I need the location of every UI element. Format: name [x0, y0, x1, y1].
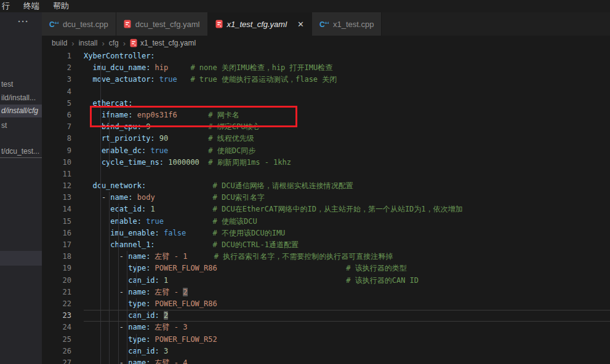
line-number: 10 [42, 157, 71, 168]
line-number: 3 [42, 74, 71, 85]
code-line[interactable]: - name: 左臂 - 1 # 执行器索引名字，不需要控制的执行器可直接注释掉 [84, 251, 610, 263]
sidebar-extra-selected-row[interactable] [0, 251, 42, 266]
indent-guide [100, 287, 101, 298]
sidebar-item[interactable]: ild/install... [0, 92, 42, 105]
gutter: 1234567891011121314151617181920212223242… [42, 50, 71, 364]
line-number: 6 [42, 109, 71, 121]
code-line[interactable]: - name: body # DCU索引名字 [84, 192, 610, 204]
line-number: 21 [42, 287, 71, 298]
line-number: 12 [42, 180, 71, 192]
indent-guide [100, 204, 101, 215]
tab-label: x1_test_cfg.yaml [227, 20, 287, 29]
sidebar-item[interactable]: test [0, 78, 42, 91]
code-line[interactable]: channel_1: # DCU的CTRL-1通道配置 [84, 239, 610, 251]
code-line[interactable]: move_actuator: true # true 使能执行器运动测试，fla… [84, 74, 610, 85]
line-number: 25 [42, 334, 71, 346]
indent-guide [118, 239, 119, 251]
code-line[interactable]: ifname: enp0s31f6 # 网卡名 [84, 109, 610, 121]
indent-guide [109, 346, 110, 357]
code-line[interactable]: enable_dc: true # 使能DC同步 [84, 145, 610, 157]
code-line[interactable] [84, 168, 610, 180]
editor-group: C++dcu_test.cppdcu_test_cfg.yamlx1_test_… [42, 12, 610, 364]
code-line[interactable]: - name: 左臂 - 3 [84, 322, 610, 333]
cpp-file-icon: C++ [319, 20, 329, 29]
indent-guide [136, 263, 137, 274]
code-line[interactable]: can_id: 2 [84, 310, 610, 322]
indent-guide [109, 239, 110, 251]
sidebar-item[interactable]: t/dcu_test... [0, 145, 42, 158]
yaml-file-icon [215, 20, 223, 28]
tab-dcu_test_cfg.yaml[interactable]: dcu_test_cfg.yaml [116, 12, 208, 36]
breadcrumb-file[interactable]: x1_test_cfg.yaml [130, 39, 196, 47]
code-line[interactable] [84, 86, 610, 98]
indent-guide [100, 322, 101, 333]
line-number: 13 [42, 192, 71, 204]
code-line[interactable]: can_id: 1 # 该执行器的CAN ID [84, 275, 610, 287]
breadcrumb-item[interactable]: install [79, 39, 98, 47]
breadcrumb: build›install›cfg›x1_test_cfg.yaml [42, 36, 610, 50]
indent-guide [127, 346, 127, 357]
menu-item[interactable]: 终端 [17, 0, 46, 12]
indent-guide [100, 239, 101, 251]
indent-guide [100, 357, 101, 364]
line-number: 18 [42, 251, 71, 263]
tab-dcu_test.cpp[interactable]: C++dcu_test.cpp [42, 12, 116, 36]
line-number: 4 [42, 86, 71, 98]
indent-guide [118, 322, 119, 333]
indent-guide [100, 311, 101, 321]
code-line[interactable]: type: POWER_FLOW_R86 # 该执行器的类型 [84, 263, 610, 274]
line-number: 8 [42, 133, 71, 144]
code-line[interactable]: cycle_time_ns: 1000000 # 刷新周期1ms - 1khz [84, 157, 610, 168]
tab-x1_test.cpp[interactable]: C++x1_test.cpp [312, 12, 382, 36]
indent-guide [109, 311, 110, 321]
code-line[interactable]: enable: true # 使能该DCU [84, 216, 610, 228]
indent-guide [118, 298, 119, 310]
code-line[interactable]: imu_enable: false # 不使用该DCU的IMU [84, 228, 610, 239]
indent-guide [127, 298, 127, 310]
editor: 1234567891011121314151617181920212223242… [42, 50, 610, 364]
code-line[interactable]: XyberController: [84, 50, 610, 62]
indent-guide [100, 275, 101, 287]
indent-guide [109, 145, 110, 157]
indent-guide [100, 298, 101, 310]
indent-guide [136, 346, 137, 357]
indent-guide [109, 357, 110, 364]
indent-guide [118, 204, 119, 215]
indent-guide [136, 334, 137, 346]
indent-guide [109, 109, 110, 121]
indent-guide [127, 251, 127, 263]
indent-guide [118, 334, 119, 346]
sidebar-item[interactable]: st [0, 119, 42, 132]
tab-close-icon[interactable]: ✕ [297, 20, 304, 29]
code-line[interactable]: imu_dcu_name: hip # none 关闭IMU检查，hip 打开I… [84, 62, 610, 74]
indent-guide [136, 298, 137, 310]
breadcrumb-item[interactable]: cfg [109, 39, 119, 47]
code-line[interactable]: - name: 左臂 - 2 [84, 287, 610, 298]
indent-guide [109, 334, 110, 346]
code-line[interactable]: - name: 左臂 - 4 [84, 357, 610, 364]
code-line[interactable]: dcu_network: # DCU通信网络，请根据实机连接情况配置 [84, 180, 610, 192]
code-line[interactable]: ethercat: [84, 98, 610, 109]
breadcrumb-item[interactable]: build [52, 39, 67, 47]
indent-guide [118, 216, 119, 228]
indent-guide [136, 311, 137, 321]
menu-item[interactable]: 行 [0, 0, 17, 12]
sidebar-item[interactable]: d/install/cfg [0, 105, 42, 117]
code-area[interactable]: XyberController: imu_dcu_name: hip # non… [71, 50, 610, 364]
code-line[interactable]: bind_cpu: 9 # 绑定CPU核心 [84, 121, 610, 133]
code-line[interactable]: can_id: 3 [84, 346, 610, 357]
tab-x1_test_cfg.yaml[interactable]: x1_test_cfg.yaml✕ [208, 12, 312, 36]
indent-guide [118, 251, 119, 263]
menu-item[interactable]: 帮助 [46, 0, 76, 12]
yaml-file-icon [130, 39, 137, 47]
indent-guide [100, 133, 101, 144]
more-actions-icon[interactable]: ··· [18, 16, 29, 26]
indent-guide [100, 98, 101, 109]
code-line[interactable]: type: POWER_FLOW_R86 [84, 298, 610, 310]
indent-guide [118, 346, 119, 357]
code-line[interactable]: ecat_id: 1 # DCU在EtherCAT网络中的ID，从主站开始，第一… [84, 204, 610, 215]
code-line[interactable]: rt_priority: 90 # 线程优先级 [84, 133, 610, 144]
line-number: 27 [42, 357, 71, 364]
code-line[interactable]: type: POWER_FLOW_R52 [84, 334, 610, 346]
indent-guide [100, 157, 101, 168]
